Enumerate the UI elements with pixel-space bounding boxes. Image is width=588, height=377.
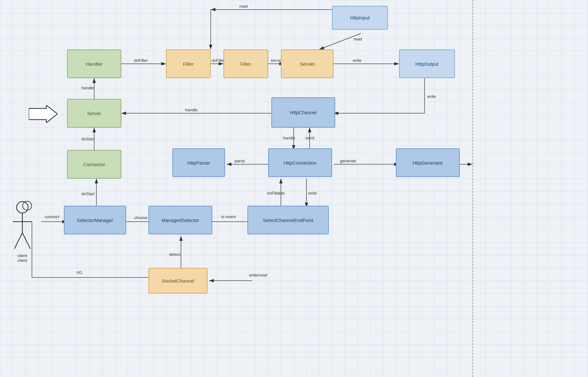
httpconnection-node: HttpConnection xyxy=(268,148,332,177)
client-label2: client xyxy=(10,258,35,263)
label-write-read: write/read xyxy=(249,273,267,277)
connector-node: Connector xyxy=(67,150,121,179)
svg-point-35 xyxy=(23,201,32,210)
server-node: Server xyxy=(67,99,121,128)
label-write-conn: write xyxy=(308,191,317,196)
label-handle-srv: handle xyxy=(81,85,94,90)
label-read-down: read xyxy=(354,37,362,41)
label-read-top: read xyxy=(239,4,248,9)
handler-node: Handler xyxy=(67,49,121,78)
label-detect: detect xyxy=(169,252,180,257)
label-dostart1: doStart xyxy=(81,137,95,141)
label-handle: handle xyxy=(283,136,295,140)
label-dofilter1: doFilter xyxy=(134,58,148,63)
label-dostart2: doStart xyxy=(81,191,95,196)
managedselector-node: ManagedSelector xyxy=(148,206,212,234)
selectchannel-node: SelectChannelEndPoint xyxy=(247,206,329,234)
httpgenerator-node: HttpGenerator xyxy=(396,148,460,177)
label-parse: parse xyxy=(235,159,245,163)
httpchannel-node: HttpChannel xyxy=(271,97,335,128)
label-io-event: io event xyxy=(221,214,236,219)
label-send: send xyxy=(305,136,314,140)
svg-line-34 xyxy=(22,233,30,249)
label-write-out: write xyxy=(353,58,361,63)
httpparser-node: HttpParser xyxy=(172,148,225,177)
diagram: read read doFilter doFilter service writ… xyxy=(0,0,588,377)
dashed-separator xyxy=(472,0,473,377)
label-generate: generate xyxy=(340,159,356,163)
svg-line-33 xyxy=(14,233,22,249)
label-handle-ch: handle xyxy=(185,107,198,112)
label-connect: connect xyxy=(45,214,59,219)
socketchannel-node: SocketChannel xyxy=(148,268,207,293)
client-figure: client client xyxy=(10,201,35,263)
svg-line-3 xyxy=(319,33,361,49)
request-arrow xyxy=(29,105,57,124)
label-onfillable: onFillable xyxy=(267,191,285,196)
label-write-ch: write xyxy=(427,94,436,99)
label-io: I/O xyxy=(77,270,82,275)
svg-point-30 xyxy=(17,202,28,213)
servlet-node: Servlet xyxy=(281,49,334,78)
httpinput-node: HttpInput xyxy=(332,6,388,30)
selectormanager-node: SelectorManager xyxy=(64,206,126,234)
filter2-node: Filter xyxy=(223,49,268,78)
filter1-node: Filter xyxy=(166,49,211,78)
svg-marker-29 xyxy=(29,105,57,123)
label-choose: choose xyxy=(134,215,147,220)
httpoutput-node: HttpOutput xyxy=(399,49,455,78)
